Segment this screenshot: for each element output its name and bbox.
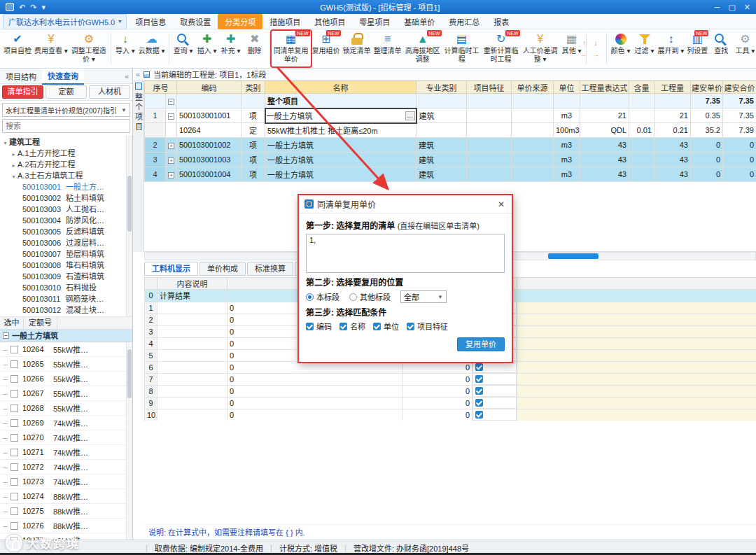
boq-row[interactable]: 3+500103001003项一般土方填筑建筑m3434300	[145, 153, 756, 167]
row-checkbox[interactable]	[10, 390, 18, 398]
adjust-project-cost-button[interactable]: ⚙调整工程造价 ▾	[69, 31, 108, 66]
quota-row[interactable]: –1027274kW推…	[0, 460, 132, 475]
bottom-tab[interactable]: 单价构成	[200, 262, 246, 276]
column-header-7[interactable]: 单价来源	[512, 81, 554, 94]
ellipsis-button[interactable]: …	[405, 111, 415, 120]
insert-button[interactable]: ✚插入 ▾	[195, 31, 219, 66]
radio-current-section[interactable]: 本标段	[306, 291, 340, 302]
minimize-button[interactable]: ─	[715, 0, 720, 14]
expand-icon[interactable]: +	[168, 157, 174, 164]
search-input[interactable]	[3, 122, 130, 130]
row-checkbox[interactable]	[10, 478, 18, 486]
column-settings-button[interactable]: ▥列设置NEW	[685, 31, 709, 66]
tree-leaf[interactable]: 500103009石渣料填筑	[1, 271, 132, 282]
scrollbar-thumb[interactable]	[127, 176, 132, 232]
apply-reuse-button[interactable]: 复用单价	[457, 337, 505, 351]
move-down-icon[interactable]: ↓	[592, 38, 601, 48]
bottom-tab[interactable]: 标准换算	[247, 262, 293, 276]
column-header-3[interactable]: 类别	[241, 81, 265, 94]
menu-tab[interactable]: 报表	[486, 14, 516, 29]
menu-tab[interactable]: 取费设置	[173, 14, 218, 29]
collapse-icon[interactable]: −	[168, 113, 174, 120]
quota-row[interactable]: –1027588kW推…	[0, 504, 132, 519]
row-checkbox[interactable]	[10, 449, 18, 456]
tree-scrollbar[interactable]	[126, 135, 132, 316]
checked-checkbox[interactable]	[475, 399, 483, 407]
tree-leaf[interactable]: 500103006过渡层料…	[1, 237, 132, 248]
scrollbar-thumb[interactable]	[548, 253, 598, 259]
vertical-tab-whole-project[interactable]: 整个项目	[133, 80, 144, 252]
calc-temp-works-button[interactable]: ▤计算临时工程	[442, 31, 482, 66]
supplement-button[interactable]: ✚补充 ▾	[219, 31, 243, 66]
tree-group[interactable]: ▾A.3土石方填筑工程	[1, 170, 132, 181]
column-header-12[interactable]: 建安单价	[691, 81, 723, 94]
project-self-check-button[interactable]: ✔项目自检	[2, 31, 33, 66]
quota-row[interactable]: –1027074kW推…	[0, 430, 132, 445]
row-checkbox[interactable]	[10, 463, 18, 471]
menu-tab[interactable]: 基础单价	[397, 14, 442, 29]
tree-leaf[interactable]: 500103010石料抛投	[1, 282, 132, 293]
cloud-data-button[interactable]: ☁云数据 ▾	[137, 31, 167, 66]
maximize-button[interactable]: ▢	[728, 0, 735, 14]
radio-other-section[interactable]: 其他标段	[349, 291, 391, 302]
scrollbar-thumb[interactable]	[127, 349, 132, 398]
row-checkbox[interactable]	[10, 375, 18, 383]
undo-icon[interactable]: ↶	[19, 0, 25, 14]
boq-row[interactable]: 10264定55kW推土机推土 推土距离≤20m100m3QDL0.010.21…	[145, 123, 756, 138]
recalc-temp-works-button[interactable]: ↻重新计算临时工程NEW	[482, 31, 521, 66]
quota-row[interactable]: –1026655kW推…	[0, 372, 132, 386]
menu-tab[interactable]: 费用汇总	[442, 14, 486, 29]
delete-button[interactable]: ✖删除	[243, 31, 267, 66]
quota-row[interactable]: –1027488kW推…	[0, 489, 132, 504]
sidebar-sub-tab[interactable]: 定额	[46, 85, 87, 99]
bottom-tab[interactable]: 工料机显示	[144, 262, 198, 276]
app-menu-button[interactable]: 广联达水利水电云计价GWH5.0 ▾	[3, 14, 127, 29]
scope-select[interactable]: 全部 ▼	[400, 290, 447, 303]
boq-row[interactable]: 1−500103001001项一般土方填筑…建筑m321210.357.35	[145, 108, 756, 123]
detail-row[interactable]: 700	[145, 373, 756, 385]
quota-row[interactable]: –1026974kW推…	[0, 416, 132, 430]
close-button[interactable]: ✕	[744, 0, 750, 14]
reuse-unit-price-button[interactable]: ▦同清单复用单价NEW	[272, 31, 311, 66]
collapse-sidebar-icon[interactable]: «	[136, 70, 140, 78]
tree-leaf[interactable]: 500103005反滤料填筑	[1, 226, 132, 237]
tree-group[interactable]: ▸A.2石方开挖工程	[1, 159, 132, 170]
reuse-group-price-button[interactable]: ⊞复用组价NEW	[311, 31, 342, 66]
quota-row[interactable]: –1026755kW推…	[0, 386, 132, 401]
row-checkbox[interactable]	[10, 522, 18, 530]
quota-row[interactable]: –1027374kW推…	[0, 475, 132, 489]
detail-column-header[interactable]	[517, 278, 756, 290]
cost-view-button[interactable]: ¥费用查看 ▾	[33, 31, 69, 66]
import-button[interactable]: ↓导入 ▾	[113, 31, 137, 66]
boq-row[interactable]: −整个项目7.357.35	[145, 94, 756, 108]
detail-column-header[interactable]	[145, 278, 158, 290]
move-right-icon[interactable]: →	[592, 50, 601, 59]
menu-tab[interactable]: 零星项目	[352, 14, 397, 29]
row-checkbox[interactable]	[10, 507, 18, 515]
filter-button[interactable]: 过滤 ▾	[633, 31, 657, 66]
sidebar-top-tab[interactable]: 快速查询	[42, 68, 84, 85]
others-button[interactable]: ▦其他 ▾	[560, 31, 584, 66]
match-option-项目特征[interactable]: 项目特征	[407, 321, 448, 332]
checked-checkbox[interactable]	[475, 363, 483, 371]
expand-icon[interactable]: +	[168, 143, 174, 149]
quota-row[interactable]: –1026855kW推…	[0, 401, 132, 416]
menu-tab[interactable]: 分类分项	[218, 14, 262, 29]
spec-dropdown[interactable]: 水利工程量清单计价规范(2007)指引 ▼	[2, 103, 130, 117]
detail-row[interactable]: 900	[145, 397, 756, 409]
quota-row[interactable]: –1027174kW推…	[0, 445, 132, 460]
column-header-5[interactable]: 专业类别	[416, 81, 467, 94]
redo-icon[interactable]: ↷	[30, 0, 36, 14]
column-header-1[interactable]: 序号	[145, 81, 177, 94]
checked-checkbox[interactable]	[475, 375, 483, 383]
selected-list-input[interactable]: 1,	[306, 234, 505, 273]
lock-list-button[interactable]: 锁定清单	[342, 31, 372, 66]
checked-checkbox[interactable]	[475, 411, 483, 419]
tree-leaf[interactable]: 500103004防渗风化…	[1, 215, 132, 226]
quota-row[interactable]: –1027688kW推…	[0, 519, 132, 533]
match-option-编码[interactable]: 编码	[306, 321, 332, 332]
row-checkbox[interactable]	[10, 346, 18, 353]
collapse-panel-icon[interactable]: «	[121, 72, 132, 80]
detail-row[interactable]: 800	[145, 385, 756, 397]
tree-root[interactable]: ▾建筑工程	[1, 136, 132, 148]
